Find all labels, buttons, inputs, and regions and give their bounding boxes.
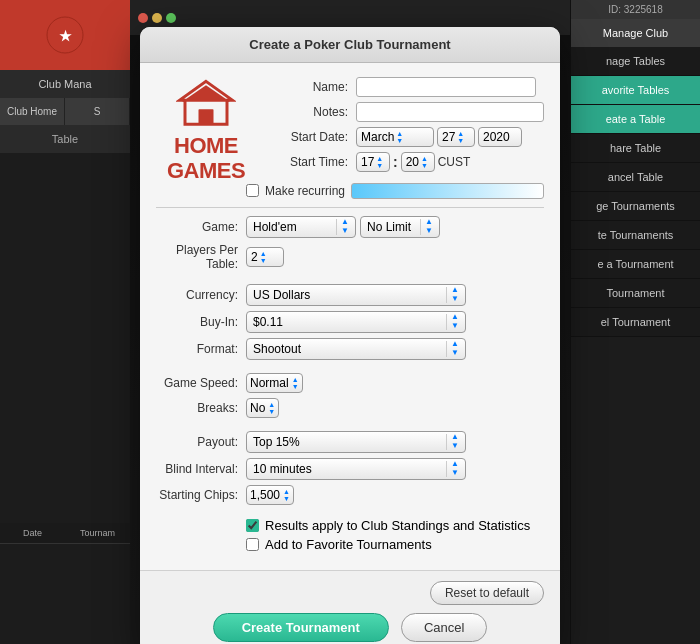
- modal-footer: Reset to default Create Tournament Cance…: [140, 570, 560, 644]
- currency-label: Currency:: [156, 288, 246, 302]
- cust-label: CUST: [438, 155, 471, 169]
- minute-select[interactable]: 20 ▲ ▼: [401, 152, 435, 172]
- sidebar-item-favorite-tables[interactable]: avorite Tables: [571, 76, 700, 105]
- day-select[interactable]: 27 ▲ ▼: [437, 127, 475, 147]
- starting-chips-select[interactable]: 1,500 ▲ ▼: [246, 485, 294, 505]
- start-date-row: Start Date: March ▲ ▼ 27 ▲: [266, 127, 544, 147]
- name-label: Name:: [266, 80, 356, 94]
- sidebar-item-cancel-tournament[interactable]: el Tournament: [571, 308, 700, 337]
- currency-select[interactable]: US Dollars ▲▼: [246, 284, 466, 306]
- minimize-button-dot[interactable]: [152, 13, 162, 23]
- sidebar-item-share-table[interactable]: hare Table: [571, 134, 700, 163]
- manage-club-header: Manage Club: [571, 19, 700, 47]
- reset-button[interactable]: Reset to default: [430, 581, 544, 605]
- players-label: Players Per Table:: [156, 243, 246, 271]
- game-speed-select[interactable]: Normal ▲ ▼: [246, 373, 303, 393]
- results-label: Results apply to Club Standings and Stat…: [265, 518, 530, 533]
- payout-row: Payout: Top 15% ▲▼: [156, 431, 544, 453]
- format-label: Format:: [156, 342, 246, 356]
- divider-1: [156, 207, 544, 208]
- window-controls: [138, 13, 176, 23]
- sidebar-item-manage-tournaments[interactable]: ge Tournaments: [571, 192, 700, 221]
- col-tournament: Tournam: [65, 523, 130, 543]
- close-button-dot[interactable]: [138, 13, 148, 23]
- sidebar-item-tournament[interactable]: Tournament: [571, 279, 700, 308]
- breaks-row: Breaks: No ▲ ▼: [156, 398, 544, 418]
- results-row: Results apply to Club Standings and Stat…: [246, 518, 544, 533]
- create-tournament-modal: Create a Poker Club Tournament H: [140, 27, 560, 644]
- favorites-row: Add to Favorite Tournaments: [246, 537, 544, 552]
- favorites-checkbox[interactable]: [246, 538, 259, 551]
- blind-interval-row: Blind Interval: 10 minutes ▲▼: [156, 458, 544, 480]
- svg-rect-3: [199, 109, 214, 124]
- limit-select[interactable]: No Limit ▲▼: [360, 216, 440, 238]
- buyin-label: Buy-In:: [156, 315, 246, 329]
- sidebar-right: ID: 3225618 Manage Club nage Tables avor…: [570, 0, 700, 644]
- payout-select[interactable]: Top 15% ▲▼: [246, 431, 466, 453]
- name-row: Name:: [266, 77, 544, 97]
- starting-chips-row: Starting Chips: 1,500 ▲ ▼: [156, 485, 544, 505]
- club-name-label: Club Mana: [0, 70, 130, 98]
- table-header: Table: [0, 125, 130, 153]
- date-row: March ▲ ▼ 27 ▲ ▼: [356, 127, 522, 147]
- sidebar-item-create-table[interactable]: eate a Table: [571, 105, 700, 134]
- sidebar-left: ★ Club Mana Club Home S Table Date Tourn…: [0, 0, 130, 644]
- modal-body: HOME GAMES Name: Notes: Start Da: [140, 63, 560, 569]
- results-checkbox[interactable]: [246, 519, 259, 532]
- breaks-label: Breaks:: [156, 401, 246, 415]
- blind-interval-label: Blind Interval:: [156, 462, 246, 476]
- maximize-button-dot[interactable]: [166, 13, 176, 23]
- blind-interval-select[interactable]: 10 minutes ▲▼: [246, 458, 466, 480]
- time-colon: :: [393, 154, 398, 170]
- sidebar-item-s[interactable]: S: [65, 98, 130, 125]
- create-tournament-button[interactable]: Create Tournament: [213, 613, 389, 642]
- buyin-row: Buy-In: $0.11 ▲▼: [156, 311, 544, 333]
- modal-titlebar: Create a Poker Club Tournament: [140, 27, 560, 63]
- starting-chips-label: Starting Chips:: [156, 488, 246, 502]
- month-select[interactable]: March ▲ ▼: [356, 127, 434, 147]
- time-row: 17 ▲ ▼ : 20 ▲ ▼: [356, 152, 470, 172]
- payout-label: Payout:: [156, 435, 246, 449]
- name-input[interactable]: [356, 77, 536, 97]
- sidebar-item-club-home[interactable]: Club Home: [0, 98, 65, 125]
- form-area: Name: Notes: Start Date: March ▲: [266, 77, 544, 172]
- currency-row: Currency: US Dollars ▲▼: [156, 284, 544, 306]
- footer-bottom: Create Tournament Cancel: [156, 613, 544, 642]
- svg-text:★: ★: [59, 28, 72, 44]
- modal-logo: HOME GAMES: [156, 77, 256, 182]
- notes-row: Notes:: [266, 102, 544, 122]
- breaks-select[interactable]: No ▲ ▼: [246, 398, 279, 418]
- start-date-label: Start Date:: [266, 130, 356, 144]
- recurring-checkbox[interactable]: [246, 184, 259, 197]
- recurring-row: Make recurring: [156, 183, 544, 199]
- house-icon: [156, 77, 256, 130]
- game-select[interactable]: Hold'em ▲▼: [246, 216, 356, 238]
- recurring-label: Make recurring: [265, 184, 345, 198]
- modal-title: Create a Poker Club Tournament: [249, 37, 450, 52]
- table-row-header: Date Tournam: [0, 523, 130, 544]
- start-time-label: Start Time:: [266, 155, 356, 169]
- format-row: Format: Shootout ▲▼: [156, 338, 544, 360]
- game-speed-row: Game Speed: Normal ▲ ▼: [156, 373, 544, 393]
- buyin-select[interactable]: $0.11 ▲▼: [246, 311, 466, 333]
- hour-select[interactable]: 17 ▲ ▼: [356, 152, 390, 172]
- modal-overlay: Create a Poker Club Tournament H: [130, 35, 570, 644]
- col-date: Date: [0, 523, 65, 543]
- cancel-button[interactable]: Cancel: [401, 613, 487, 642]
- sidebar-item-cancel-table[interactable]: ancel Table: [571, 163, 700, 192]
- format-select[interactable]: Shootout ▲▼: [246, 338, 466, 360]
- sidebar-item-manage-tables[interactable]: nage Tables: [571, 47, 700, 76]
- players-row: Players Per Table: 2 ▲ ▼: [156, 243, 544, 271]
- notes-label: Notes:: [266, 105, 356, 119]
- table-list: Date Tournam: [0, 523, 130, 544]
- year-select[interactable]: 2020: [478, 127, 522, 147]
- footer-top: Reset to default: [156, 581, 544, 605]
- sidebar-logo: ★: [0, 0, 130, 70]
- recurring-bar: [351, 183, 544, 199]
- notes-input[interactable]: [356, 102, 544, 122]
- left-nav: Club Home S: [0, 98, 130, 125]
- players-select[interactable]: 2 ▲ ▼: [246, 247, 284, 267]
- sidebar-item-rate-tournaments[interactable]: te Tournaments: [571, 221, 700, 250]
- favorites-label: Add to Favorite Tournaments: [265, 537, 432, 552]
- sidebar-item-create-tournament[interactable]: e a Tournament: [571, 250, 700, 279]
